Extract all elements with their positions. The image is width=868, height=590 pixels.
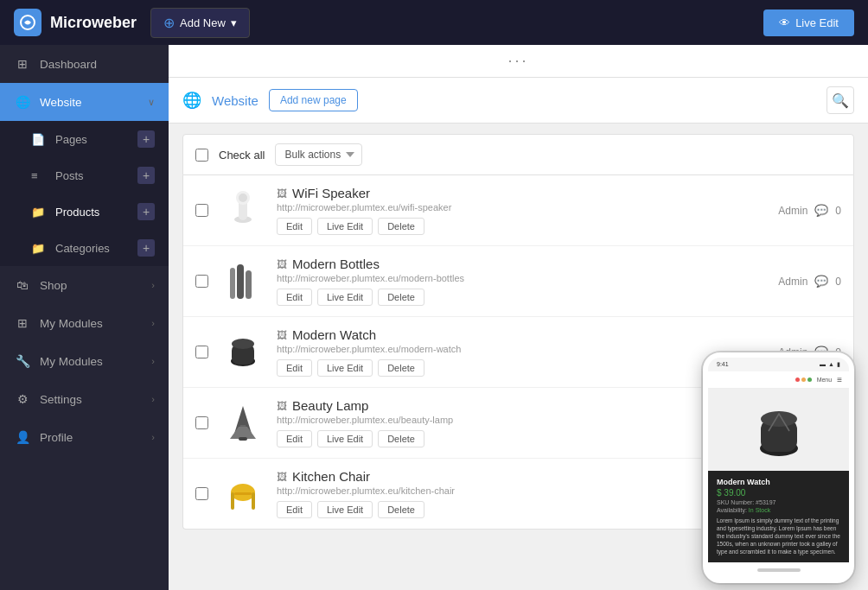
sidebar-item-categories[interactable]: 📁 Categories + bbox=[0, 230, 169, 266]
bulk-actions-select[interactable]: Bulk actions Delete bbox=[275, 143, 362, 166]
product-checkbox-4[interactable] bbox=[195, 416, 208, 429]
marketplace-chevron-icon: › bbox=[151, 356, 155, 366]
phone-hamburger-icon: ≡ bbox=[837, 375, 842, 384]
phone-product-sku: SKU Number: #53197 bbox=[717, 499, 840, 505]
phone-product-name: Modern Watch bbox=[717, 478, 840, 486]
phone-mockup: 9:41 ▬ ▲ ▮ Menu ≡ bbox=[703, 352, 854, 583]
search-button[interactable]: 🔍 bbox=[827, 86, 854, 114]
settings-icon: ⚙ bbox=[14, 392, 31, 406]
svg-rect-16 bbox=[231, 492, 234, 510]
table-row: 🖼 WiFi Speaker http://microweber.plumtex… bbox=[183, 175, 853, 246]
products-add-button[interactable]: + bbox=[137, 203, 155, 220]
profile-icon: 👤 bbox=[14, 430, 31, 444]
svg-rect-17 bbox=[252, 492, 255, 510]
edit-button-1[interactable]: Edit bbox=[277, 218, 312, 235]
dropdown-arrow-icon: ▾ bbox=[231, 16, 237, 29]
categories-add-button[interactable]: + bbox=[137, 239, 155, 257]
live-edit-button-4[interactable]: Live Edit bbox=[317, 430, 373, 447]
posts-icon: ≡ bbox=[31, 169, 47, 182]
svg-point-10 bbox=[232, 339, 254, 349]
product-info-2: 🖼 Modern Bottles http://microweber.plumt… bbox=[277, 257, 762, 306]
product-name-5: Kitchen Chair bbox=[292, 469, 370, 484]
svg-rect-7 bbox=[246, 270, 252, 299]
sidebar-label-website: Website bbox=[40, 96, 82, 109]
svg-rect-5 bbox=[237, 264, 244, 299]
logo: Microweber bbox=[14, 9, 137, 36]
sidebar-item-products[interactable]: 📁 Products + bbox=[0, 193, 169, 230]
sidebar-label-shop: Shop bbox=[40, 279, 67, 292]
phone-wifi-icon: ▲ bbox=[828, 361, 834, 367]
product-url-5: http://microweber.plumtex.eu/kitchen-cha… bbox=[277, 485, 762, 496]
sidebar-label-profile: Profile bbox=[40, 431, 73, 444]
live-edit-button-5[interactable]: Live Edit bbox=[317, 501, 373, 518]
dots-menu-icon: ··· bbox=[507, 52, 528, 70]
pages-add-button[interactable]: + bbox=[137, 130, 155, 148]
check-all-bar: Check all Bulk actions Delete bbox=[182, 134, 854, 175]
live-edit-label: Live Edit bbox=[795, 16, 839, 29]
product-icon-3: 🖼 bbox=[277, 329, 287, 341]
live-edit-button-3[interactable]: Live Edit bbox=[317, 359, 373, 377]
sidebar-label-my-modules: My Modules bbox=[40, 317, 103, 330]
phone-battery-icon: ▮ bbox=[837, 361, 840, 368]
profile-chevron-icon: › bbox=[151, 432, 155, 442]
marketplace-icon: 🔧 bbox=[14, 354, 31, 368]
product-actions-4: Edit Live Edit Delete bbox=[277, 430, 762, 447]
sidebar: ⊞ Dashboard 🌐 Website ∨ 📄 Pages + ≡ Post… bbox=[0, 45, 169, 590]
edit-button-2[interactable]: Edit bbox=[277, 289, 312, 306]
phone-product-image bbox=[708, 389, 849, 471]
product-checkbox-5[interactable] bbox=[195, 487, 208, 500]
edit-button-3[interactable]: Edit bbox=[277, 359, 312, 377]
sidebar-label-pages: Pages bbox=[55, 133, 87, 146]
table-row: 🖼 Modern Bottles http://microweber.plumt… bbox=[183, 246, 853, 317]
content-wrapper: ··· 🌐 Website Add new page 🔍 Check all bbox=[169, 45, 868, 590]
svg-rect-14 bbox=[239, 437, 247, 441]
product-actions-3: Edit Live Edit Delete bbox=[277, 359, 762, 377]
chevron-down-icon: ∨ bbox=[148, 97, 155, 108]
posts-add-button[interactable]: + bbox=[137, 167, 155, 184]
product-checkbox-2[interactable] bbox=[195, 275, 208, 288]
product-url-4: http://microweber.plumtex.eu/beauty-lamp bbox=[277, 415, 762, 425]
product-name-4: Beauty Lamp bbox=[292, 398, 368, 413]
svg-point-4 bbox=[239, 193, 247, 202]
add-new-button[interactable]: ⊕ Add New ▾ bbox=[150, 8, 250, 38]
sidebar-item-website[interactable]: 🌐 Website ∨ bbox=[0, 83, 169, 121]
phone-nav-bar: Menu ≡ bbox=[708, 371, 849, 389]
live-edit-button-2[interactable]: Live Edit bbox=[317, 289, 373, 306]
product-info-4: 🖼 Beauty Lamp http://microweber.plumtex.… bbox=[277, 398, 762, 447]
modules-chevron-icon: › bbox=[151, 318, 155, 328]
delete-button-1[interactable]: Delete bbox=[378, 218, 424, 235]
sidebar-item-posts[interactable]: ≡ Posts + bbox=[0, 157, 169, 193]
sidebar-item-settings[interactable]: ⚙ Settings › bbox=[0, 380, 169, 418]
comment-icon-2: 💬 bbox=[814, 275, 828, 288]
product-url-1: http://microweber.plumtex.eu/wifi-speake… bbox=[277, 202, 762, 213]
delete-button-2[interactable]: Delete bbox=[378, 289, 424, 306]
phone-signal-icon: ▬ bbox=[820, 361, 826, 367]
product-checkbox-3[interactable] bbox=[195, 346, 208, 358]
sidebar-item-my-modules[interactable]: ⊞ My Modules › bbox=[0, 304, 169, 342]
sidebar-item-pages[interactable]: 📄 Pages + bbox=[0, 121, 169, 157]
edit-button-4[interactable]: Edit bbox=[277, 430, 312, 447]
product-checkbox-1[interactable] bbox=[195, 204, 208, 217]
live-edit-button[interactable]: 👁 Live Edit bbox=[763, 10, 854, 36]
product-thumbnail-modern-watch bbox=[219, 328, 266, 376]
shop-chevron-icon: › bbox=[151, 280, 155, 290]
sidebar-item-shop[interactable]: 🛍 Shop › bbox=[0, 266, 169, 304]
delete-button-5[interactable]: Delete bbox=[378, 501, 424, 518]
eye-icon: 👁 bbox=[779, 16, 790, 29]
delete-button-4[interactable]: Delete bbox=[378, 430, 424, 447]
svg-marker-13 bbox=[230, 427, 256, 439]
sidebar-item-marketplace[interactable]: 🔧 My Modules › bbox=[0, 342, 169, 380]
sidebar-item-profile[interactable]: 👤 Profile › bbox=[0, 418, 169, 456]
add-new-label: Add New bbox=[180, 16, 226, 29]
add-new-page-button[interactable]: Add new page bbox=[269, 89, 358, 111]
dots-menu-bar: ··· bbox=[169, 45, 868, 78]
app-name: Microweber bbox=[50, 14, 137, 32]
product-comments-1: 0 bbox=[835, 205, 841, 217]
live-edit-button-1[interactable]: Live Edit bbox=[317, 218, 373, 235]
sidebar-item-dashboard[interactable]: ⊞ Dashboard bbox=[0, 45, 169, 83]
edit-button-5[interactable]: Edit bbox=[277, 501, 312, 518]
delete-button-3[interactable]: Delete bbox=[378, 359, 424, 377]
check-all-checkbox[interactable] bbox=[195, 149, 208, 162]
phone-status-bar: 9:41 ▬ ▲ ▮ bbox=[708, 358, 849, 371]
product-thumbnail-beauty-lamp bbox=[219, 399, 266, 447]
